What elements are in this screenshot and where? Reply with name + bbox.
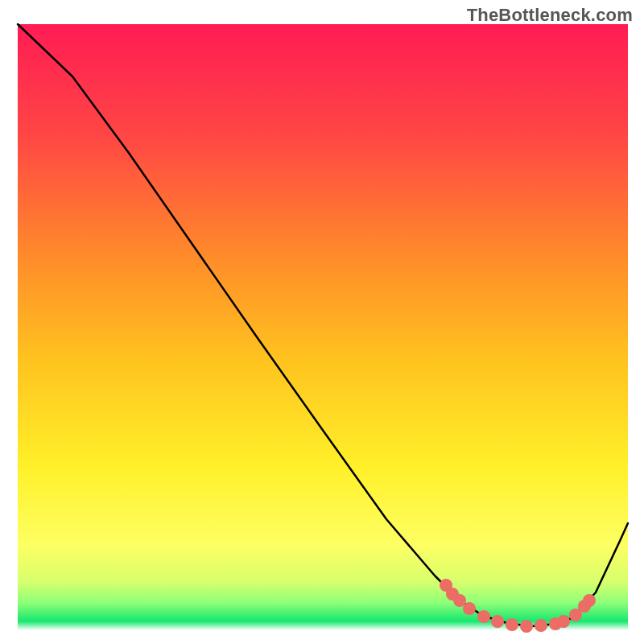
chart-plot-area [18,24,628,630]
valley-marker [557,615,570,628]
bottleneck-chart [0,0,644,644]
chart-container: TheBottleneck.com [0,0,644,644]
valley-marker [491,615,504,628]
valley-marker [506,618,518,631]
watermark-text: TheBottleneck.com [467,5,633,26]
valley-marker [477,610,490,623]
valley-marker [535,619,547,632]
valley-marker [463,602,476,615]
valley-marker [583,594,596,607]
valley-marker [520,620,533,633]
